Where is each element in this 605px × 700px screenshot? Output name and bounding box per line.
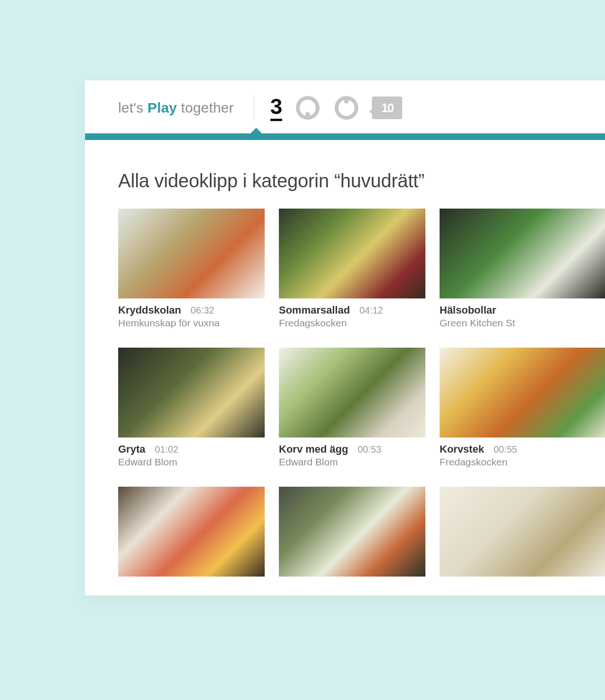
- clip-meta: Gryta 01:02 Edward Blom: [118, 438, 265, 468]
- clip-card[interactable]: Korv med ägg 00:53 Edward Blom: [279, 348, 425, 468]
- clip-thumbnail: [118, 209, 265, 298]
- clip-duration: 00:53: [358, 444, 381, 455]
- clip-meta: Korvstek 00:55 Fredagskocken: [440, 438, 605, 468]
- clip-title: Korv med ägg: [279, 443, 348, 455]
- clip-card[interactable]: [118, 487, 265, 577]
- tagline: let's Play together: [118, 100, 234, 116]
- active-channel-arrow-icon: [251, 128, 262, 133]
- channel-tv10[interactable]: 10: [372, 96, 402, 119]
- clip-thumbnail: [440, 487, 605, 577]
- channel-tv3-label: 3: [270, 96, 283, 117]
- clip-title: Gryta: [118, 443, 145, 455]
- channel-picker: 3 10: [270, 95, 403, 121]
- clip-duration: 04:12: [359, 305, 383, 316]
- channel-tv3[interactable]: 3: [270, 95, 283, 121]
- clip-show: Hemkunskap för vuxna: [118, 317, 265, 329]
- clip-card[interactable]: [440, 487, 605, 577]
- clip-show: Edward Blom: [118, 456, 265, 468]
- tagline-post: together: [177, 100, 233, 115]
- channel-tv8[interactable]: [333, 95, 360, 121]
- app-panel: let's Play together 3 10 Alla videoklipp…: [85, 80, 605, 595]
- clip-show: Green Kitchen St: [440, 317, 605, 329]
- clip-meta: Hälsobollar Green Kitchen St: [440, 298, 605, 329]
- clip-card[interactable]: [279, 487, 425, 577]
- tagline-pre: let's: [118, 100, 147, 115]
- clip-card[interactable]: Gryta 01:02 Edward Blom: [118, 348, 265, 468]
- clip-thumbnail: [118, 348, 265, 438]
- clip-thumbnail: [279, 487, 425, 577]
- clip-duration: 00:55: [493, 444, 517, 455]
- header: let's Play together 3 10: [85, 80, 605, 133]
- content: Alla videoklipp i kategorin “huvudrätt” …: [85, 140, 605, 595]
- active-channel-bar: [85, 133, 605, 140]
- clip-card[interactable]: Hälsobollar Green Kitchen St: [440, 209, 605, 329]
- clip-title: Kryddskolan: [118, 304, 181, 316]
- tagline-play: Play: [147, 100, 177, 115]
- clip-duration: 06:32: [190, 305, 214, 316]
- clip-thumbnail: [118, 487, 265, 577]
- clip-grid: Kryddskolan 06:32 Hemkunskap för vuxna S…: [118, 209, 605, 577]
- clip-title: Hälsobollar: [440, 304, 496, 316]
- clip-title: Korvstek: [440, 443, 484, 455]
- clip-thumbnail: [440, 348, 605, 438]
- channel-tv10-label: 10: [381, 101, 393, 115]
- clip-meta: Kryddskolan 06:32 Hemkunskap för vuxna: [118, 298, 265, 329]
- clip-duration: 01:02: [155, 444, 178, 455]
- clip-meta: Korv med ägg 00:53 Edward Blom: [279, 438, 425, 468]
- clip-thumbnail: [440, 209, 605, 298]
- header-divider: [254, 95, 254, 121]
- clip-title: Sommarsallad: [279, 304, 350, 316]
- clip-card[interactable]: Kryddskolan 06:32 Hemkunskap för vuxna: [118, 209, 265, 329]
- channel-tv6[interactable]: [294, 95, 321, 121]
- clip-meta: Sommarsallad 04:12 Fredagskocken: [279, 298, 425, 329]
- channel-6-icon: [296, 96, 320, 120]
- clip-show: Fredagskocken: [440, 456, 605, 468]
- clip-thumbnail: [279, 348, 425, 438]
- clip-thumbnail: [279, 209, 425, 298]
- channel-8-icon: [335, 96, 358, 120]
- page-title: Alla videoklipp i kategorin “huvudrätt”: [118, 170, 605, 192]
- clip-show: Fredagskocken: [279, 317, 425, 329]
- clip-show: Edward Blom: [279, 456, 425, 468]
- clip-card[interactable]: Sommarsallad 04:12 Fredagskocken: [279, 209, 425, 329]
- clip-card[interactable]: Korvstek 00:55 Fredagskocken: [440, 348, 605, 468]
